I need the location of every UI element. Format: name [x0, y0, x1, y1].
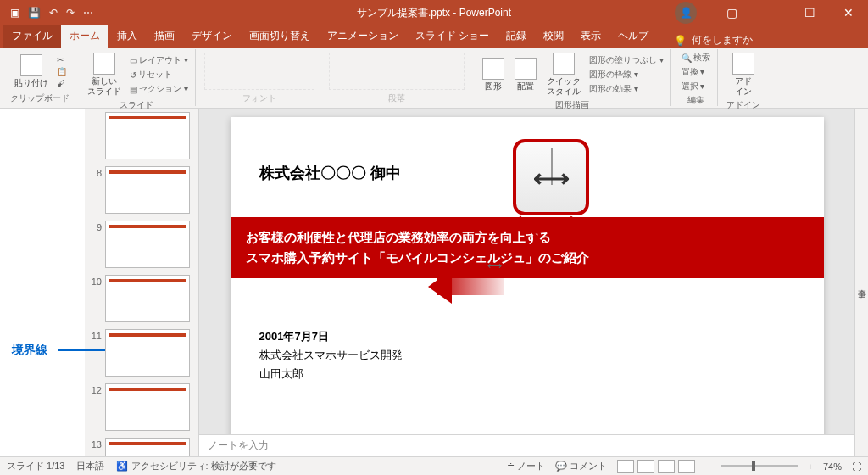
zoom-percent[interactable]: 74%	[823, 461, 842, 472]
fit-to-window[interactable]: ⛶	[852, 461, 861, 472]
quick-access-toolbar: 💾 ↶ ↷ ⋯	[28, 7, 93, 19]
zoom-out[interactable]: −	[705, 461, 710, 472]
paragraph-controls[interactable]	[329, 53, 465, 90]
tell-me-search[interactable]: 💡 何をしますか	[674, 33, 753, 48]
thumbnail-11[interactable]	[105, 329, 190, 377]
section-button[interactable]: ▤ セクション ▾	[128, 82, 190, 96]
thumbnail-9[interactable]	[105, 221, 190, 268]
addins-button[interactable]: アド イン	[729, 51, 758, 98]
thumbnail[interactable]	[105, 112, 190, 159]
paragraph-group-label: 段落	[388, 92, 405, 104]
annotation-margin: 境界線	[0, 109, 85, 456]
tab-design[interactable]: デザイン	[183, 25, 241, 48]
shape-fill-button[interactable]: 図形の塗りつぶし ▾	[587, 53, 665, 67]
quick-styles-button[interactable]: クイック スタイル	[543, 51, 584, 98]
window-title: サンプル提案書.pptx - PowerPoint	[357, 6, 511, 20]
app-window: ▣ 💾 ↶ ↷ ⋯ サンプル提案書.pptx - PowerPoint 👤 ▢ …	[0, 0, 868, 475]
tab-view[interactable]: 表示	[572, 25, 609, 48]
copy-button[interactable]: 📋	[55, 66, 69, 77]
ribbon: 貼り付け ✂ 📋 🖌 クリップボード 新しい スライド ▭ レイアウト ▾ ↺ …	[0, 48, 868, 109]
ribbon-group-font: フォント	[199, 49, 320, 106]
notes-pane[interactable]: ノートを入力	[199, 434, 854, 456]
slide-band-line2: スマホ購入予約サイト「モバイルコンシェルジュ」のご紹介	[246, 248, 809, 268]
tab-animations[interactable]: アニメーション	[319, 25, 407, 48]
status-accessibility[interactable]: ♿ アクセシビリティ: 検討が必要です	[116, 460, 275, 472]
arrange-button[interactable]: 配置	[511, 56, 540, 93]
qat-undo[interactable]: ↶	[49, 7, 58, 19]
thumbnail-12[interactable]	[105, 383, 190, 431]
status-language[interactable]: 日本語	[76, 460, 104, 472]
lightbulb-icon: 💡	[674, 35, 687, 47]
format-painter-button[interactable]: 🖌	[55, 78, 69, 89]
tab-review[interactable]: 校閲	[535, 25, 572, 48]
addins-icon	[732, 53, 754, 75]
new-slide-button[interactable]: 新しい スライド	[84, 51, 125, 98]
ribbon-group-paragraph: 段落	[324, 49, 470, 106]
thumb-row[interactable]: 11	[86, 329, 197, 377]
titlebar-left: ▣ 💾 ↶ ↷ ⋯	[0, 7, 93, 19]
ribbon-display-options[interactable]: ▢	[712, 0, 751, 25]
select-button[interactable]: 選択 ▾	[680, 80, 712, 93]
ribbon-tabs: ファイル ホーム 挿入 描画 デザイン 画面切り替え アニメーション スライド …	[0, 25, 868, 48]
slide-org[interactable]: 株式会社スマホサービス開発	[259, 348, 795, 363]
user-avatar[interactable]: 👤	[675, 2, 697, 24]
tab-file[interactable]: ファイル	[3, 25, 61, 48]
thumb-row[interactable]: 9	[86, 221, 197, 268]
thumb-row[interactable]: 13	[86, 438, 197, 456]
tab-draw[interactable]: 描画	[146, 25, 183, 48]
close-button[interactable]: ✕	[829, 0, 868, 25]
slide-thumbnails-pane[interactable]: 8 9 10 11 12 13	[85, 109, 199, 456]
maximize-button[interactable]: ☐	[790, 0, 829, 25]
status-comments-toggle[interactable]: 💬 コメント	[555, 460, 607, 472]
thumb-row[interactable]	[86, 112, 197, 159]
status-slide-count[interactable]: スライド 1/13	[7, 460, 64, 472]
view-slideshow[interactable]	[678, 460, 695, 473]
slide-date[interactable]: 2001年7月7日	[259, 329, 795, 344]
titlebar-right: 👤 ▢ — ☐ ✕	[675, 0, 868, 25]
thumbnail-10[interactable]	[105, 275, 190, 322]
tab-home[interactable]: ホーム	[61, 25, 108, 48]
resize-horizontal-icon: ⟷	[533, 163, 570, 193]
statusbar: スライド 1/13 日本語 ♿ アクセシビリティ: 検討が必要です ≐ ノート …	[0, 456, 868, 475]
app-icon: ▣	[10, 7, 19, 19]
replace-button[interactable]: 置換 ▾	[680, 65, 712, 79]
find-button[interactable]: 🔍 検索	[680, 51, 712, 64]
quick-styles-icon	[553, 53, 575, 75]
shape-outline-button[interactable]: 図形の枠線 ▾	[587, 68, 665, 81]
view-reading[interactable]	[658, 460, 675, 473]
ribbon-group-drawing: 図形 配置 クイック スタイル 図形の塗りつぶし ▾ 図形の枠線 ▾ 図形の効果…	[474, 49, 671, 106]
zoom-in[interactable]: +	[808, 461, 813, 472]
right-rail[interactable]: 全事	[854, 109, 868, 456]
zoom-slider[interactable]	[721, 465, 798, 467]
shapes-icon	[482, 58, 504, 80]
view-sorter[interactable]	[637, 460, 654, 473]
qat-more[interactable]: ⋯	[83, 7, 93, 19]
tab-insert[interactable]: 挿入	[108, 25, 146, 48]
tab-help[interactable]: ヘルプ	[609, 25, 657, 48]
statusbar-right: ≐ ノート 💬 コメント − + 74% ⛶	[507, 460, 861, 473]
tab-transitions[interactable]: 画面切り替え	[241, 25, 319, 48]
thumb-row[interactable]: 12	[86, 383, 197, 431]
qat-redo[interactable]: ↷	[66, 7, 75, 19]
shapes-button[interactable]: 図形	[479, 56, 508, 93]
paste-button[interactable]: 貼り付け	[11, 53, 52, 90]
reset-button[interactable]: ↺ リセット	[128, 68, 190, 81]
status-notes-toggle[interactable]: ≐ ノート	[507, 460, 545, 472]
shape-effects-button[interactable]: 図形の効果 ▾	[587, 82, 665, 96]
editing-group-label: 編集	[687, 93, 704, 106]
minimize-button[interactable]: —	[751, 0, 790, 25]
font-controls[interactable]	[204, 53, 314, 90]
main-area: 境界線 8 9 10 11 12 13 ⟷ ⟷	[0, 109, 868, 456]
layout-button[interactable]: ▭ レイアウト ▾	[128, 53, 190, 67]
qat-save[interactable]: 💾	[28, 7, 41, 19]
tab-slideshow[interactable]: スライド ショー	[407, 25, 498, 48]
view-normal[interactable]	[617, 460, 634, 473]
thumb-row[interactable]: 8	[86, 166, 197, 214]
titlebar: ▣ 💾 ↶ ↷ ⋯ サンプル提案書.pptx - PowerPoint 👤 ▢ …	[0, 0, 868, 25]
thumb-row[interactable]: 10	[86, 275, 197, 322]
tab-record[interactable]: 記録	[498, 25, 535, 48]
thumbnail-13[interactable]	[105, 438, 190, 456]
slide-author[interactable]: 山田太郎	[259, 366, 795, 382]
thumbnail-8[interactable]	[105, 166, 190, 214]
cut-button[interactable]: ✂	[55, 54, 69, 65]
